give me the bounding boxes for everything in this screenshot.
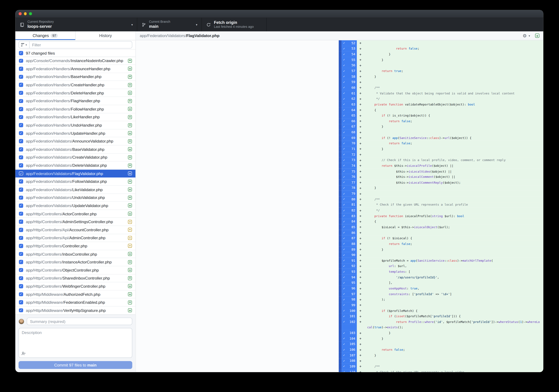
file-checkbox[interactable]: ✓ (19, 292, 23, 296)
file-row[interactable]: ✓ app/Federation/Validators/FlagValidato… (15, 170, 135, 178)
file-row[interactable]: ✓ app/Http/Controllers/WebfingerControll… (15, 282, 135, 290)
diff-line-gutter[interactable]: ✓67 (341, 124, 357, 129)
diff-line-gutter[interactable]: ✓108 (341, 358, 357, 364)
file-row[interactable]: ✓ app/Http/Controllers/InboxController.p… (15, 250, 135, 258)
file-checkbox[interactable]: ✓ (19, 171, 23, 176)
file-checkbox[interactable]: ✓ (19, 252, 23, 256)
file-checkbox[interactable]: ✓ (19, 220, 23, 224)
file-row[interactable]: ✓ app/Federation/Validators/AnnounceVali… (15, 137, 135, 145)
diff-line-gutter[interactable]: ✓80 (341, 196, 357, 202)
diff-line-gutter[interactable]: ✓91 (341, 258, 357, 263)
diff-line-gutter[interactable]: ✓104 (341, 336, 357, 341)
diff-line-gutter[interactable]: ✓61 (341, 91, 357, 96)
person-add-icon[interactable] (21, 352, 26, 355)
diff-line-gutter[interactable]: ✓83 (341, 213, 357, 219)
diff-line-gutter[interactable]: ✓94 (341, 274, 357, 280)
diff-line-gutter[interactable]: ✓107 (341, 353, 357, 358)
file-checkbox[interactable]: ✓ (19, 115, 23, 119)
file-checkbox[interactable]: ✓ (19, 212, 23, 216)
diff-line-gutter[interactable]: ✓56 (341, 63, 357, 68)
file-row[interactable]: ✓ app/Http/Middleware/VerifyHttpSignatur… (15, 307, 135, 315)
file-row[interactable]: ✓ app/Federation/Validators/UndoValidato… (15, 194, 135, 202)
diff-line-gutter[interactable]: ✓90 (341, 252, 357, 258)
file-checkbox[interactable]: ✓ (19, 179, 23, 184)
diff-line-gutter[interactable]: ✓87 (341, 235, 357, 241)
diff-line-gutter[interactable]: ✓84 (341, 219, 357, 224)
file-checkbox[interactable]: ✓ (19, 99, 23, 103)
file-row[interactable]: ✓ app/Federation/Validators/BaseValidato… (15, 145, 135, 154)
diff-line-gutter[interactable]: ✓106 (341, 347, 357, 353)
file-checkbox[interactable]: ✓ (19, 268, 23, 272)
diff-line-gutter[interactable]: ✓59 (341, 79, 357, 85)
file-checkbox[interactable]: ✓ (19, 308, 23, 312)
filter-options-button[interactable]: ▼ (19, 41, 30, 48)
diff-line-gutter[interactable]: ✓96 (341, 286, 357, 291)
file-row[interactable]: ✓ app/Http/Controllers/Controller.php (15, 242, 135, 250)
file-row[interactable]: ✓ app/Federation/Handlers/UpdateHandler.… (15, 129, 135, 138)
tab-changes[interactable]: Changes 97 (15, 31, 75, 40)
tab-history[interactable]: History (75, 31, 135, 40)
file-row[interactable]: ✓ app/Http/Controllers/Api/AccountContro… (15, 226, 135, 234)
diff-line-gutter[interactable]: ✓75 (341, 168, 357, 174)
diff-options-button[interactable]: ⚙ ▼ (522, 33, 530, 38)
diff-line-gutter[interactable]: ✓68 (341, 130, 357, 135)
diff-line-gutter[interactable]: ✓88 (341, 241, 357, 247)
commit-button[interactable]: Commit 97 files to main (19, 361, 132, 369)
diff-line-gutter[interactable]: ✓72 (341, 152, 357, 157)
file-row[interactable]: ✓ app/Federation/Handlers/LikeHandler.ph… (15, 113, 135, 121)
file-row[interactable]: ✓ app/Http/Middleware/FederationEnabled.… (15, 299, 135, 307)
diff-line-gutter[interactable]: ✓81 (341, 202, 357, 207)
fetch-origin-button[interactable]: Fetch origin Last fetched 4 minutes ago (202, 18, 267, 31)
file-checkbox[interactable]: ✓ (19, 244, 23, 248)
diff-line-gutter[interactable]: ✓71 (341, 146, 357, 152)
select-all-checkbox[interactable]: ✓ (19, 51, 23, 55)
diff-line-gutter[interactable]: ✓77 (341, 180, 357, 185)
file-checkbox[interactable]: ✓ (19, 107, 23, 111)
file-checkbox[interactable]: ✓ (19, 236, 23, 240)
file-row[interactable]: ✓ app/Console/Commands/InstanceNodeinfoC… (15, 57, 135, 65)
file-row[interactable]: ✓ app/Federation/Handlers/FlagHandler.ph… (15, 97, 135, 105)
file-checkbox[interactable]: ✓ (19, 91, 23, 95)
file-checkbox[interactable]: ✓ (19, 204, 23, 208)
diff-line-gutter[interactable]: ✓53 (341, 46, 357, 51)
diff-line-gutter[interactable]: ✓64 (341, 107, 357, 113)
repository-selector[interactable]: Current Repository loops-server ▼ (15, 18, 137, 31)
diff-line-gutter[interactable]: ✓85 (341, 224, 357, 230)
diff-line-gutter[interactable]: ✓101 (341, 314, 357, 319)
diff-line-gutter[interactable]: ✓93 (341, 269, 357, 274)
diff-line-gutter[interactable]: ✓95 (341, 280, 357, 286)
file-row[interactable]: ✓ app/Federation/Validators/LikeValidato… (15, 186, 135, 194)
filter-input[interactable] (30, 43, 132, 47)
file-row[interactable]: ✓ app/Http/Controllers/Api/AdminControll… (15, 234, 135, 242)
file-row[interactable]: ✓ app/Federation/Handlers/FollowHandler.… (15, 105, 135, 113)
file-checkbox[interactable]: ✓ (19, 155, 23, 159)
file-row[interactable]: ✓ app/Federation/Validators/UpdateValida… (15, 202, 135, 210)
diff-line-gutter[interactable]: ✓110 (341, 369, 357, 372)
diff-line-gutter[interactable]: ✓65 (341, 113, 357, 118)
diff-line-gutter[interactable]: ✓109 (341, 364, 357, 369)
file-row[interactable]: ✓ app/Http/Controllers/InstanceActorCont… (15, 258, 135, 266)
file-checkbox[interactable]: ✓ (19, 196, 23, 200)
file-checkbox[interactable]: ✓ (19, 83, 23, 87)
diff-line-gutter[interactable]: ✓78 (341, 185, 357, 191)
file-row[interactable]: ✓ app/Http/Controllers/SharedInboxContro… (15, 274, 135, 282)
diff-line-gutter[interactable]: ✓70 (341, 140, 357, 146)
diff-line-gutter[interactable]: ✓58 (341, 74, 357, 79)
diff-line-gutter[interactable]: ✓63 (341, 102, 357, 107)
zoom-window-button[interactable] (29, 12, 32, 15)
file-checkbox[interactable]: ✓ (19, 123, 23, 127)
file-checkbox[interactable]: ✓ (19, 131, 23, 135)
file-row[interactable]: ✓ app/Federation/Validators/CreateValida… (15, 153, 135, 161)
file-checkbox[interactable]: ✓ (19, 67, 23, 71)
diff-line-gutter[interactable] (341, 325, 357, 330)
file-checkbox[interactable]: ✓ (19, 260, 23, 264)
diff-line-gutter[interactable]: ✓105 (341, 341, 357, 347)
file-row[interactable]: ✓ app/Federation/Validators/DeleteValida… (15, 161, 135, 170)
diff-line-gutter[interactable]: ✓54 (341, 51, 357, 57)
diff-line-gutter[interactable]: ✓97 (341, 291, 357, 297)
diff-line-gutter[interactable]: ✓82 (341, 207, 357, 213)
diff-line-gutter[interactable]: ✓52 (341, 40, 357, 46)
file-checkbox[interactable]: ✓ (19, 276, 23, 280)
file-row[interactable]: ✓ app/Federation/Handlers/UndoHandler.ph… (15, 121, 135, 129)
file-row[interactable]: ✓ app/Federation/Handlers/AnnounceHandle… (15, 65, 135, 73)
